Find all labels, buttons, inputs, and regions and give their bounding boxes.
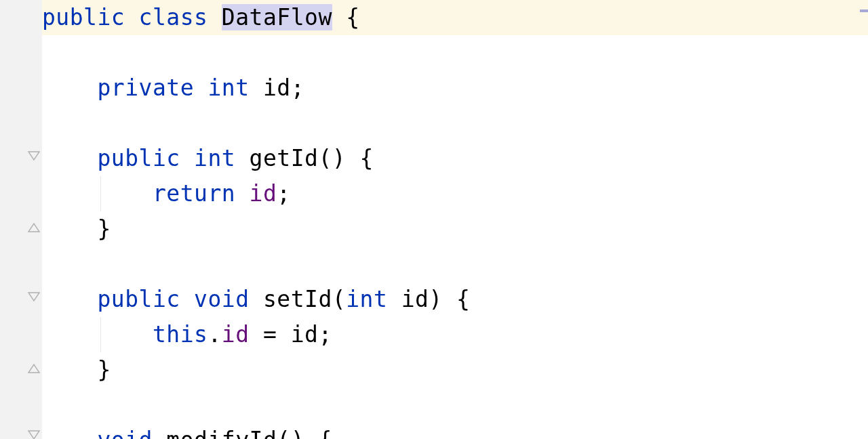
brace-open: { [332,4,360,30]
keyword-public: public [97,145,180,171]
brace-open: { [346,145,374,171]
dot: . [208,321,221,348]
keyword-int: int [208,75,249,101]
code-line[interactable]: return id; [42,176,868,211]
code-line[interactable]: void modifyId() { [42,423,868,439]
parens: () [277,427,304,439]
brace-close: } [97,215,111,242]
brace-open: { [443,286,471,312]
method-getId: getId [250,145,319,171]
keyword-void: void [97,427,152,439]
field-id-ref: id [222,321,250,348]
code-line[interactable] [42,388,868,423]
brace-open: { [304,427,332,439]
method-setId: setId [263,286,332,312]
class-name: DataFlow [222,4,332,30]
code-line[interactable]: this.id = id; [42,317,868,352]
keyword-class: class [139,4,208,30]
scrollbar-error-mark[interactable] [860,9,868,12]
keyword-int: int [346,286,387,312]
keyword-private: private [97,75,194,101]
keyword-public: public [42,4,125,30]
code-line[interactable]: public class DataFlow { [42,0,868,35]
assignment: = id; [250,321,332,348]
fold-marker-collapse-icon[interactable] [27,291,41,305]
parens: () [318,145,346,171]
keyword-return: return [153,180,235,207]
scrollbar-track[interactable] [859,0,868,439]
method-modifyId: modifyId [153,427,277,439]
fold-marker-expand-icon[interactable] [27,360,41,374]
code-editor[interactable]: public class DataFlow { private int id; … [0,0,868,439]
code-line[interactable]: private int id; [42,70,868,106]
semicolon: ; [277,180,290,207]
code-line[interactable]: } [42,352,868,388]
code-line[interactable]: } [42,211,868,247]
code-line[interactable] [42,35,868,70]
semicolon: ; [291,75,304,101]
keyword-public: public [97,286,180,312]
keyword-void: void [194,286,249,312]
fold-marker-expand-icon[interactable] [27,220,41,233]
field-id-ref: id [250,180,277,207]
field-id: id [263,75,291,101]
fold-marker-collapse-icon[interactable] [27,430,41,439]
code-line[interactable]: public int getId() { [42,141,868,176]
keyword-this: this [153,321,208,348]
code-line[interactable]: public void setId(int id) { [42,282,868,317]
paren-open: ( [332,286,346,312]
code-area[interactable]: public class DataFlow { private int id; … [42,0,868,439]
editor-gutter [0,0,42,439]
code-line[interactable] [42,247,868,282]
brace-close: } [97,356,111,383]
fold-marker-collapse-icon[interactable] [27,150,41,164]
code-line[interactable] [42,106,868,141]
keyword-int: int [194,145,235,171]
param-id: id) [387,286,442,312]
